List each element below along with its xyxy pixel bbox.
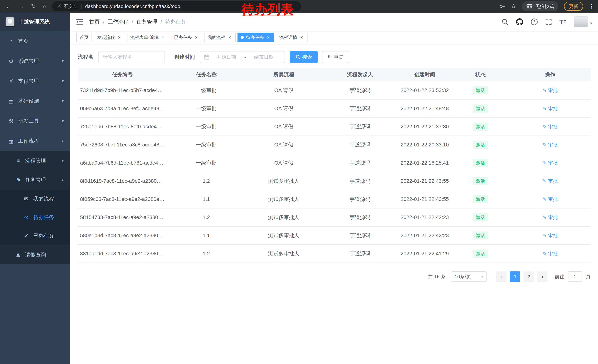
table-row: 725a1eb6-7b88-11ec-8ef0-acde48001122 一级审… [78,118,590,136]
approve-link[interactable]: ✎ 审批 [542,232,558,239]
sidebar-item-home[interactable]: ◔ 首页 [0,31,70,51]
goto-label: 前往 [555,274,564,280]
chevron-icon [62,158,64,163]
cell-task-name: 一级审批 [167,118,246,136]
breadcrumb-item[interactable]: 首页 [89,18,100,25]
breadcrumb-item[interactable]: 工作流程 [100,18,128,25]
sidebar-item-label: 请假查询 [25,251,46,258]
sidebar-item-devtools[interactable]: ⚒ 研发工具 [0,111,70,131]
table-row: 75d72608-7b7f-11ec-a3c8-acde48001122 一级审… [78,136,590,154]
cell-starter: 芋道源码 [322,190,398,208]
close-icon[interactable]: × [299,35,304,40]
tab-done-task[interactable]: 已办任务 × [171,32,202,42]
reset-button[interactable]: ↻ 重置 [322,51,349,63]
back-icon[interactable]: ← [6,4,11,9]
sidebar-item-my-process[interactable]: ✉ 我的流程 [0,190,70,208]
reload-icon[interactable]: ↻ [31,4,36,9]
fullscreen-icon[interactable] [545,19,552,25]
cell-status: 激活 [451,154,510,172]
approve-link[interactable]: ✎ 审批 [542,214,558,221]
sidebar-item-task-management[interactable]: ⚑ 任务管理 [0,170,70,190]
tab-home[interactable]: 首页 × [76,32,92,42]
page-number-button[interactable]: 1 [510,271,520,282]
approve-link[interactable]: ✎ 审批 [542,196,558,202]
approve-link[interactable]: ✎ 审批 [542,87,558,94]
avatar[interactable] [574,16,588,27]
cell-create-time: 2022-01-22 23:53:32 [398,81,451,99]
sidebar-item-process-management[interactable]: ≡ 流程管理 [0,151,70,170]
warning-icon[interactable]: ⚠ [57,4,61,9]
approve-link[interactable]: ✎ 审批 [542,251,558,257]
cell-create-time: 2022-01-21 22:41:29 [398,245,451,263]
sidebar-item-done-task[interactable]: ✔ 已办任务 [0,226,70,245]
approve-link[interactable]: ✎ 审批 [542,123,558,130]
approve-link[interactable]: ✎ 审批 [542,160,558,166]
sidebar-item-infrastructure[interactable]: ▤ 基础设施 [0,91,70,111]
sidebar-item-todo-task[interactable]: ⊙ 待办任务 [0,208,70,226]
forward-icon[interactable]: → [18,4,24,9]
create-time-label: 创建时间 [174,54,195,61]
breadcrumb-item[interactable]: 待办任务 [157,18,186,25]
edit-icon: ✎ [542,88,547,93]
hamburger-icon[interactable] [76,19,83,25]
cell-task-id: 381aa1dd-7ac8-11ec-a9e2-a2380e71991a [78,245,167,263]
tab-start-process[interactable]: 发起流程 × [94,32,125,42]
help-icon[interactable]: ? [531,18,538,25]
tab-todo-task[interactable]: 待办任务 × [238,32,274,42]
sidebar-item-payment[interactable]: ¥ 支付管理 [0,71,70,91]
approve-link[interactable]: ✎ 审批 [542,178,558,184]
home-icon[interactable]: ⌂ [43,4,46,9]
font-size-icon[interactable]: TT [559,18,566,25]
breadcrumb-item[interactable]: 任务管理 [128,18,157,25]
tab-form-edit[interactable]: 流程表单-编辑 × [127,32,169,42]
cell-action: ✎ 审批 [510,172,590,190]
page-size-select[interactable]: 10条/页 ▾ [451,271,487,282]
sidebar-item-leave-query[interactable]: ♟ 请假查询 [0,245,70,264]
cell-task-id: 75d72608-7b7f-11ec-a3c8-acde48001122 [78,136,167,154]
tab-my-process[interactable]: 我的流程 × [204,32,236,42]
cell-action: ✎ 审批 [510,208,590,226]
cell-starter: 芋道源码 [322,172,398,190]
approve-link[interactable]: ✎ 审批 [542,105,558,112]
close-icon[interactable]: × [266,35,271,40]
search-icon[interactable] [502,18,508,25]
cell-process: OA 请假 [246,81,322,99]
cell-create-time: 2022-01-21 22:42:23 [398,226,451,245]
goto-page-input[interactable] [568,271,582,282]
cell-task-id: 58154733-7ac8-11ec-a9e2-a2380e71991a [78,208,167,226]
github-icon[interactable] [516,18,523,25]
page-numbers: 1 2 [510,271,534,282]
cell-action: ✎ 审批 [510,226,590,245]
caret-down-icon[interactable]: ▾ [590,21,592,25]
next-page-button[interactable]: › [537,271,548,282]
update-button[interactable]: 更新 [564,2,583,11]
star-icon[interactable]: ☆ [511,3,516,9]
cell-status: 激活 [451,172,510,190]
monitor-icon: ▤ [8,98,15,105]
tab-label: 流程详情 [279,34,297,40]
key-icon[interactable] [499,3,505,9]
cell-status: 激活 [451,245,510,263]
date-range-picker[interactable]: 开始日期 - 结束日期 [200,51,285,63]
cell-task-name: 一级审批 [167,99,246,118]
close-icon[interactable]: × [160,35,166,40]
filter-bar: 流程名 创建时间 开始日期 - 结束日期 [78,51,590,63]
close-icon[interactable]: × [194,35,199,40]
page-number-button[interactable]: 2 [523,271,534,282]
sidebar-item-system[interactable]: ⚙ 系统管理 [0,51,70,71]
app-logo[interactable]: 芋道管理系统 [0,13,70,31]
process-name-input[interactable] [98,51,165,63]
table-row: 8f0d1619-7ac8-11ec-a9e2-a2380e71991a 1.2… [78,172,590,190]
close-icon[interactable]: × [227,35,232,40]
close-icon[interactable]: × [117,35,122,40]
cell-process: OA 请假 [246,99,322,118]
pagination: 共 16 条 10条/页 ▾ ‹ 1 2 › 前往 页 [78,271,590,282]
tab-process-detail[interactable]: 流程详情 × [276,32,307,42]
prev-page-button[interactable]: ‹ [496,271,507,282]
cell-task-id: 8f0d1619-7ac8-11ec-a9e2-a2380e71991a [78,172,167,190]
search-button[interactable]: 搜索 [290,51,318,63]
sidebar-item-workflow[interactable]: ▦ 工作流程 [0,131,70,151]
status-badge: 激活 [473,105,488,112]
approve-link[interactable]: ✎ 审批 [542,142,558,148]
kebab-menu-icon[interactable]: ⋮ [589,3,594,10]
